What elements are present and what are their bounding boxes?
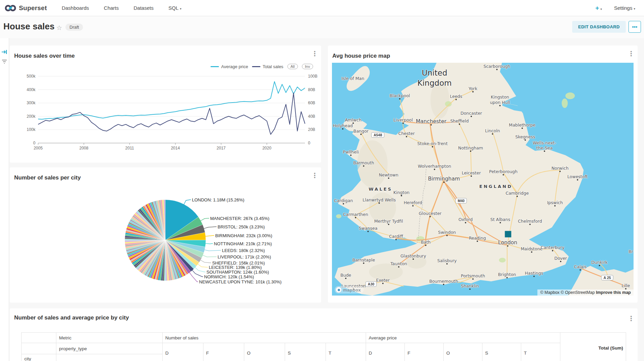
map-city-dot	[503, 174, 504, 175]
pie-label-line	[202, 255, 217, 257]
favorite-star-icon[interactable]: ☆	[56, 24, 62, 32]
pie-label-line	[184, 200, 191, 205]
legend-swatch	[211, 66, 219, 67]
pie-label: LEICESTER: 139k (1.80%)	[209, 265, 262, 270]
y-axis-tick-left: 200k	[27, 114, 36, 119]
col-header-d: D	[163, 343, 203, 361]
map-city-dot	[402, 122, 404, 124]
nav-item-datasets[interactable]: Datasets	[134, 5, 153, 11]
map-city-dot	[360, 134, 362, 135]
legend-inv-button[interactable]: Inv	[302, 64, 313, 69]
series-line-total-sales[interactable]	[38, 93, 305, 135]
map-canvas[interactable]: UnitedKingdomIsle of ManScarboroughYorkB…	[332, 63, 634, 296]
legend-item-average-price[interactable]: Average price	[211, 64, 248, 69]
y-axis-tick-left: 100k	[27, 127, 36, 132]
mapbox-logo[interactable]: mapbox	[335, 286, 364, 294]
map-attribution: © Mapbox © OpenStreetMap Improve this ma…	[537, 289, 634, 296]
legend-item-total-sales[interactable]: Total sales	[252, 64, 283, 69]
map-city-dot	[355, 217, 356, 218]
y-axis-tick-right: 80B	[308, 87, 315, 92]
chart-title: Number of sales and average price by cit…	[14, 314, 129, 321]
legend-all-button[interactable]: All	[287, 64, 298, 69]
map-city-dot	[412, 205, 414, 206]
road-badge-a25: A 25	[601, 275, 613, 280]
map-city-dot	[455, 99, 457, 100]
map-city-dot	[477, 241, 478, 242]
map-city-dot	[343, 203, 344, 204]
nav-item-dashboards[interactable]: Dashboards	[62, 5, 89, 11]
map-city-dot	[430, 124, 432, 126]
map-city-dot	[413, 258, 414, 260]
map-city-dot	[500, 222, 501, 223]
metric-header: Metric	[56, 333, 163, 343]
pie-chart[interactable]: LONDON: 1.18M (15.26%)MANCHESTER: 267k (…	[10, 167, 321, 303]
map-city-dot	[554, 205, 556, 206]
map-city-dot	[395, 239, 397, 240]
expand-filter-bar-icon[interactable]	[1, 49, 7, 55]
brand-name: Superset	[19, 4, 47, 12]
map-city-dot	[472, 278, 474, 280]
map-city-dot	[434, 169, 435, 170]
y-axis-tick-right: 40B	[308, 114, 315, 119]
chart-menu-kebab-icon[interactable]: •••	[628, 315, 634, 323]
map-city-dot	[470, 150, 471, 152]
road-badge-a548: A548	[371, 132, 384, 138]
map-city-dot	[342, 128, 343, 130]
map-city-dot	[388, 224, 389, 225]
y-axis-tick-left: 500k	[27, 74, 36, 79]
nav-item-sql[interactable]: SQL▾	[168, 5, 181, 11]
map-city-dot	[382, 283, 384, 284]
pie-label: LIVERPOOL: 171k (2.20%)	[218, 254, 271, 259]
dashboard-more-button[interactable]: •••	[628, 21, 641, 33]
group-header-average-price: Average price	[366, 333, 560, 343]
pivot-table: Metric Number of sales Average price Tot…	[21, 332, 626, 361]
corner-cell	[22, 343, 56, 354]
map-city-dot	[429, 216, 431, 217]
chart-menu-kebab-icon[interactable]: •••	[628, 50, 634, 58]
y-axis-tick-right: 20B	[308, 127, 315, 132]
chart-card-sales-and-price-table: Number of sales and average price by cit…	[10, 308, 638, 361]
nav-item-charts[interactable]: Charts	[104, 5, 119, 11]
x-axis-tick-label: 2014	[171, 146, 180, 150]
plus-icon: +	[595, 4, 599, 11]
settings-menu[interactable]: Settings▾	[614, 5, 635, 11]
empty-cell	[56, 354, 163, 361]
attribution-mapbox[interactable]: © Mapbox	[540, 290, 559, 295]
edit-dashboard-button[interactable]: EDIT DASHBOARD	[572, 21, 626, 33]
line-chart[interactable]: 00100k20B200k40B300k60B400k80B500k100B20…	[10, 46, 321, 163]
map-city-dot	[399, 98, 400, 100]
map-city-dot	[496, 69, 498, 70]
chart-title: Avg house price map	[332, 53, 390, 59]
y-axis-tick-right: 100B	[308, 74, 317, 79]
chart-menu-kebab-icon[interactable]: •••	[312, 50, 318, 58]
filter-icon[interactable]	[1, 59, 7, 64]
legend-swatch	[252, 66, 260, 67]
new-item-button[interactable]: +▾	[595, 4, 602, 12]
pie-label-line	[197, 264, 208, 267]
map-city-dot	[446, 235, 448, 236]
map-city-dot	[432, 146, 433, 147]
corner-cell	[22, 333, 56, 343]
map-data-marker-london[interactable]	[505, 231, 511, 238]
pie-label-line	[205, 244, 213, 244]
pie-label-line	[189, 272, 198, 282]
attribution-osm[interactable]: © OpenStreetMap	[561, 290, 595, 295]
y-axis-tick-left: 400k	[27, 87, 36, 92]
pie-label: LONDON: 1.18M (15.26%)	[192, 197, 244, 202]
superset-logo[interactable]: Superset	[5, 4, 47, 12]
map-city-dot	[425, 245, 426, 246]
pie-label-line	[200, 218, 209, 221]
col-header-o: O	[444, 343, 482, 361]
map-city-dot	[472, 91, 474, 92]
map-city-dot	[353, 122, 354, 124]
chart-menu-kebab-icon[interactable]: •••	[312, 172, 318, 179]
map-city-dot	[544, 150, 545, 152]
map-city-dot	[443, 182, 445, 183]
chevron-down-icon: ▾	[600, 7, 602, 11]
map-city-dot	[522, 128, 523, 129]
map-city-dot	[580, 269, 581, 271]
chart-card-number-of-sales-per-city: LONDON: 1.18M (15.26%)MANCHESTER: 267k (…	[10, 167, 321, 303]
improve-map-link[interactable]: Improve this map	[596, 290, 631, 295]
series-line-average-price[interactable]	[38, 82, 305, 119]
status-badge: Draft	[65, 24, 83, 31]
